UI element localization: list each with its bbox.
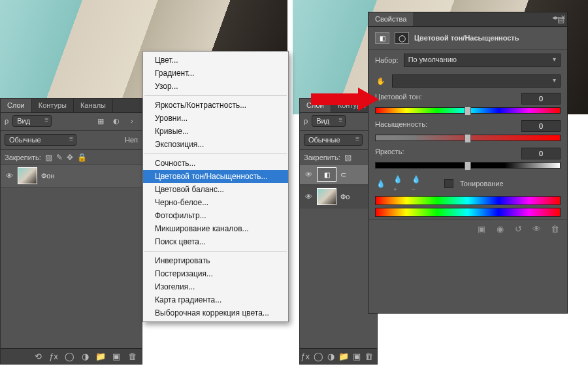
eyedropper-minus-icon[interactable]: 💧₋ xyxy=(412,178,423,189)
filter-more-icon[interactable]: › xyxy=(126,116,138,126)
preset-label: Набор: xyxy=(375,56,399,64)
tab-contours[interactable]: Контуры xyxy=(32,99,74,112)
blend-mode-select-r[interactable]: Обычные xyxy=(304,134,363,146)
menu-item-channel-mixer[interactable]: Микширование каналов... xyxy=(143,222,288,235)
menu-item-gradient[interactable]: Градиент... xyxy=(143,67,288,80)
layers-panel-right: Слои Контуры ρ Вид Обычные Закрепить: ▨ … xyxy=(299,98,378,365)
layer-row-background-r[interactable]: 👁 Фо xyxy=(300,185,377,208)
menu-item-photofilter[interactable]: Фотофильтр... xyxy=(143,209,288,222)
preset-dropdown[interactable]: По умолчанию xyxy=(404,54,561,67)
hue-range-top[interactable] xyxy=(375,196,561,205)
mask-icon[interactable]: ◯ xyxy=(63,351,75,363)
layer-thumbnail[interactable] xyxy=(18,167,37,184)
eyedropper-plus-icon[interactable]: 💧₊ xyxy=(393,178,405,189)
lightness-value[interactable]: 0 xyxy=(521,148,561,159)
menu-item-color-balance[interactable]: Цветовой баланс... xyxy=(143,183,288,196)
hue-range-bottom[interactable] xyxy=(375,208,561,217)
layer-name-r[interactable]: Фо xyxy=(340,193,350,201)
hue-slider[interactable] xyxy=(375,107,561,114)
lightness-label: Яркость: xyxy=(375,148,404,159)
layers-panel-left: Слои Контуры Каналы ρ Вид ▦ ◐ › Обычные … xyxy=(0,98,142,365)
menu-item-levels[interactable]: Уровни... xyxy=(143,112,288,125)
layer-row-adjustment[interactable]: 👁 ◧ ⊂ xyxy=(300,164,377,185)
lock-label-r: Закрепить: xyxy=(304,154,340,161)
hue-label: Цветовой тон: xyxy=(375,93,422,105)
new-layer-icon[interactable]: ▣ xyxy=(110,351,122,363)
panel-menu-icon[interactable]: ▤ xyxy=(557,15,564,24)
saturation-label: Насыщенность: xyxy=(375,120,427,132)
view-previous-icon[interactable]: ◉ xyxy=(494,224,506,234)
lock-transparent-icon-r[interactable]: ▨ xyxy=(344,153,351,162)
filter-pixel-icon[interactable]: ▦ xyxy=(95,116,106,126)
lock-label: Закрепить: xyxy=(5,154,41,161)
filter-adjust-icon[interactable]: ◐ xyxy=(110,116,122,126)
folder-icon-r[interactable]: 📁 xyxy=(338,351,349,363)
saturation-value[interactable]: 0 xyxy=(521,120,561,132)
colorize-checkbox[interactable] xyxy=(444,179,453,188)
tab-layers[interactable]: Слои xyxy=(1,99,32,112)
toggle-visibility-icon[interactable]: 👁 xyxy=(531,224,542,234)
new-layer-icon-r[interactable]: ▣ xyxy=(353,351,361,363)
colorize-label: Тонирование xyxy=(460,180,504,188)
menu-item-posterize[interactable]: Постеризация... xyxy=(143,267,288,280)
menu-item-color[interactable]: Цвет... xyxy=(143,54,288,67)
annotation-arrow-head xyxy=(358,88,379,111)
delete-adjustment-icon[interactable]: 🗑 xyxy=(549,224,561,234)
lock-all-icon[interactable]: 🔒 xyxy=(77,153,87,162)
menu-item-brightness[interactable]: Яркость/Контрастность... xyxy=(143,99,288,112)
mask-type-icon[interactable]: ◯ xyxy=(395,32,409,44)
layers-footer-right: ƒx ◯ ◑ 📁 ▣ 🗑 xyxy=(300,348,377,364)
menu-item-threshold[interactable]: Изогелия... xyxy=(143,280,288,293)
trash-icon-r[interactable]: 🗑 xyxy=(365,351,373,363)
menu-item-exposure[interactable]: Экспозиция... xyxy=(143,138,288,151)
layer-row-background[interactable]: 👁 Фон xyxy=(1,164,142,188)
reset-icon[interactable]: ↺ xyxy=(512,224,524,234)
adjustment-icon-r[interactable]: ◑ xyxy=(327,351,335,363)
menu-item-pattern[interactable]: Узор... xyxy=(143,80,288,93)
lock-transparent-icon[interactable]: ▨ xyxy=(45,153,52,162)
fx-icon[interactable]: ƒx xyxy=(48,351,59,363)
eyedropper-icon[interactable]: 💧 xyxy=(375,178,387,189)
layers-footer-left: ⟲ ƒx ◯ ◑ 📁 ▣ 🗑 xyxy=(1,348,142,364)
properties-panel: ◂▸✕ Свойства ▤ ◧ ◯ Цветовой тон/Насыщенн… xyxy=(368,12,568,314)
tab-channels[interactable]: Каналы xyxy=(74,99,113,112)
fx-icon-r[interactable]: ƒx xyxy=(301,351,310,363)
menu-item-gradient-map[interactable]: Карта градиента... xyxy=(143,293,288,306)
menu-item-invert[interactable]: Инвертировать xyxy=(143,254,288,267)
menu-item-color-lookup[interactable]: Поиск цвета... xyxy=(143,235,288,248)
visibility-eye-icon[interactable]: 👁 xyxy=(5,172,14,180)
layer-thumbnail-r[interactable] xyxy=(317,188,336,205)
lock-move-icon[interactable]: ✥ xyxy=(67,153,73,162)
layer-filter-select[interactable]: Вид xyxy=(12,115,52,127)
tab-properties[interactable]: Свойства xyxy=(368,12,413,26)
opacity-label: Неп xyxy=(125,136,138,144)
adjustment-thumbnail[interactable]: ◧ xyxy=(317,167,336,182)
lightness-slider[interactable] xyxy=(375,162,561,169)
layer-filter-select-r[interactable]: Вид xyxy=(312,115,346,127)
visibility-eye-icon-r1[interactable]: 👁 xyxy=(304,171,313,178)
adjustment-context-menu: Цвет... Градиент... Узор... Яркость/Конт… xyxy=(142,51,289,322)
visibility-eye-icon-r2[interactable]: 👁 xyxy=(304,193,313,201)
link-icon[interactable]: ⟲ xyxy=(32,351,44,363)
trash-icon[interactable]: 🗑 xyxy=(126,351,138,363)
annotation-arrow xyxy=(311,93,358,105)
menu-item-bw[interactable]: Черно-белое... xyxy=(143,196,288,209)
mask-icon-r[interactable]: ◯ xyxy=(314,351,323,363)
lock-brush-icon[interactable]: ✎ xyxy=(56,153,63,162)
menu-item-hue-saturation[interactable]: Цветовой тон/Насыщенность... xyxy=(143,170,288,183)
adjustment-icon[interactable]: ◑ xyxy=(79,351,91,363)
channel-dropdown[interactable] xyxy=(392,74,561,88)
targeted-adjust-icon[interactable]: ✋ xyxy=(375,76,387,86)
menu-item-selective-color[interactable]: Выборочная коррекция цвета... xyxy=(143,306,288,319)
blend-mode-select[interactable]: Обычные xyxy=(5,134,76,146)
properties-footer: ▣ ◉ ↺ 👁 🗑 xyxy=(368,220,567,238)
clip-to-layer-icon[interactable]: ▣ xyxy=(476,224,487,234)
menu-item-curves[interactable]: Кривые... xyxy=(143,125,288,138)
menu-item-vibrance[interactable]: Сочность... xyxy=(143,157,288,170)
saturation-slider[interactable] xyxy=(375,135,561,141)
folder-icon[interactable]: 📁 xyxy=(95,351,106,363)
layer-name[interactable]: Фон xyxy=(41,172,55,180)
properties-title: Цветовой тон/Насыщенность xyxy=(414,34,519,42)
adjustment-type-icon[interactable]: ◧ xyxy=(375,32,389,44)
hue-value[interactable]: 0 xyxy=(521,93,561,105)
